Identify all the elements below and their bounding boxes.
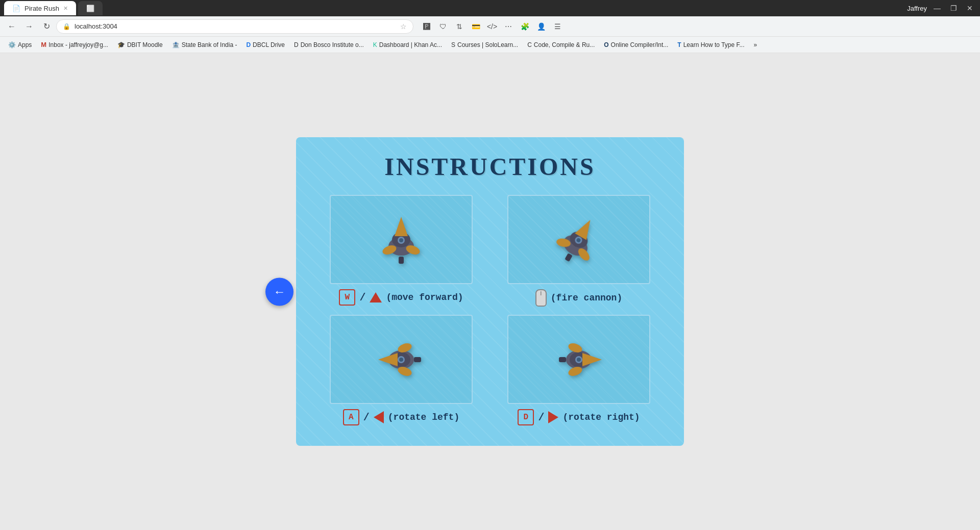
bookmark-sololearn[interactable]: S Courses | SoloLearn...	[447, 40, 522, 50]
bookmark-khan-label: Dashboard | Khan Ac...	[379, 41, 442, 48]
svg-point-7	[399, 238, 403, 242]
ship-box-right	[507, 315, 650, 404]
window-controls: Jaffrey — ❐ ✕	[907, 2, 976, 14]
mouse-icon	[535, 289, 547, 307]
rotate-right-label: D / (rotate right)	[518, 409, 640, 425]
sync-btn[interactable]: ⇅	[452, 19, 467, 34]
bookmark-moodle[interactable]: 🎓 DBIT Moodle	[113, 40, 167, 50]
ship-left-svg	[373, 337, 429, 383]
bookmark-sololearn-label: Courses | SoloLearn...	[457, 41, 518, 48]
instruction-rotate-right: D / (rotate right)	[494, 315, 664, 425]
new-tab[interactable]: ⬜	[78, 1, 103, 15]
ship-box-fire	[507, 195, 650, 284]
settings-btn[interactable]: ☰	[550, 19, 565, 34]
bookmarks-bar: ⚙️ Apps M Inbox - jaffreyjoy@g... 🎓 DBIT…	[0, 37, 980, 53]
w-key: W	[339, 289, 355, 306]
bookmark-khan[interactable]: K Dashboard | Khan Ac...	[369, 40, 446, 50]
svg-rect-13	[565, 253, 573, 262]
instructions-title: INSTRUCTIONS	[316, 153, 664, 181]
bookmark-compiler[interactable]: O Online Compiler/Int...	[600, 40, 672, 50]
tab-favicon: 📄	[12, 5, 20, 12]
sololearn-icon: S	[451, 41, 455, 48]
browser-toolbar: ← → ↻ 🔒 ☆ 🅿 🛡 ⇅ 💳 </> ⋯ 🧩 👤 ☰	[0, 16, 980, 37]
bookmark-more[interactable]: »	[750, 40, 762, 50]
svg-point-31	[577, 358, 581, 362]
fire-cannon-label: (fire cannon)	[535, 289, 622, 307]
minimize-btn[interactable]: —	[931, 2, 943, 14]
vpn-btn[interactable]: 🛡	[436, 19, 450, 34]
divider-3: /	[538, 412, 544, 423]
ship-right-svg	[551, 337, 607, 383]
gmail-icon: M	[41, 41, 46, 48]
typing-icon: T	[677, 41, 681, 48]
back-button[interactable]: ←	[265, 277, 293, 306]
profile-btn[interactable]: 👤	[534, 19, 548, 34]
svg-rect-21	[414, 357, 421, 362]
d-key: D	[518, 409, 534, 425]
ship-box-forward	[330, 195, 473, 284]
up-arrow-icon	[370, 292, 382, 302]
bookmark-sbi-label: State Bank of India -	[182, 41, 237, 48]
new-tab-icon: ⬜	[86, 5, 94, 12]
sbi-icon: 🏦	[172, 41, 180, 48]
bookmark-donbosco[interactable]: D Don Bosco Institute o...	[290, 40, 368, 50]
bookmark-typing-label: Learn How to Type F...	[683, 41, 745, 48]
wallet-btn[interactable]: 💳	[469, 19, 483, 34]
address-input[interactable]	[75, 22, 396, 30]
ship-box-left	[330, 315, 473, 404]
ship-forward-svg	[378, 212, 424, 268]
more-btn[interactable]: ⋯	[501, 19, 516, 34]
user-name: Jaffrey	[907, 5, 927, 12]
bookmark-sbi[interactable]: 🏦 State Bank of India -	[168, 40, 241, 50]
instruction-move-forward: W / (move forward)	[316, 195, 486, 307]
svg-marker-2	[395, 217, 408, 236]
rotate-left-text: (rotate left)	[388, 412, 459, 422]
bookmark-moodle-label: DBIT Moodle	[127, 41, 163, 48]
back-btn[interactable]: ←	[4, 19, 19, 34]
rotate-left-label: A / (rotate left)	[343, 409, 459, 425]
bookmark-code[interactable]: C Code, Compile & Ru...	[523, 40, 599, 50]
fire-cannon-text: (fire cannon)	[551, 293, 622, 303]
bookmark-donbosco-label: Don Bosco Institute o...	[301, 41, 364, 48]
tab-bar: 📄 Pirate Rush ✕ ⬜	[4, 1, 903, 15]
compiler-icon: O	[604, 41, 608, 48]
apps-icon: ⚙️	[8, 41, 16, 48]
donbosco-icon: D	[294, 41, 299, 48]
divider-1: /	[359, 292, 365, 304]
instruction-rotate-left: A / (rotate left)	[316, 315, 486, 425]
refresh-btn[interactable]: ↻	[39, 19, 54, 34]
divider-2: /	[363, 412, 370, 423]
bookmark-inbox-label: Inbox - jaffreyjoy@g...	[48, 41, 108, 48]
svg-point-23	[399, 358, 403, 362]
bookmark-dbcl[interactable]: D DBCL Drive	[242, 40, 289, 50]
instruction-fire-cannon: (fire cannon)	[494, 195, 664, 307]
a-key: A	[343, 409, 359, 425]
tab-close-btn[interactable]: ✕	[63, 5, 68, 12]
star-icon[interactable]: ☆	[400, 22, 407, 31]
more-bookmarks-icon: »	[754, 41, 757, 48]
close-btn[interactable]: ✕	[964, 2, 976, 14]
forward-btn[interactable]: →	[21, 19, 37, 34]
dbcl-icon: D	[246, 41, 251, 48]
bookmark-code-label: Code, Compile & Ru...	[534, 41, 595, 48]
bookmark-apps[interactable]: ⚙️ Apps	[4, 40, 36, 50]
moodle-icon: 🎓	[117, 41, 125, 48]
bookmark-typing[interactable]: T Learn How to Type F...	[673, 40, 748, 50]
back-arrow-icon: ←	[274, 286, 286, 298]
active-tab[interactable]: 📄 Pirate Rush ✕	[4, 1, 76, 15]
pocket-btn[interactable]: 🅿	[420, 19, 434, 34]
instructions-grid: W / (move forward)	[316, 195, 664, 425]
maximize-btn[interactable]: ❐	[947, 2, 960, 14]
bookmark-dbcl-label: DBCL Drive	[253, 41, 285, 48]
code-btn[interactable]: </>	[485, 19, 499, 34]
instructions-panel: ← INSTRUCTIONS	[296, 137, 684, 446]
bookmark-inbox[interactable]: M Inbox - jaffreyjoy@g...	[37, 39, 112, 50]
bookmark-compiler-label: Online Compiler/Int...	[611, 41, 669, 48]
svg-marker-26	[582, 353, 602, 366]
extensions-btn[interactable]: 🧩	[518, 19, 532, 34]
move-forward-label: W / (move forward)	[339, 289, 463, 306]
address-bar-container[interactable]: 🔒 ☆	[56, 19, 413, 34]
svg-rect-29	[559, 357, 566, 362]
left-arrow-icon	[374, 411, 384, 423]
bookmark-apps-label: Apps	[18, 41, 32, 48]
